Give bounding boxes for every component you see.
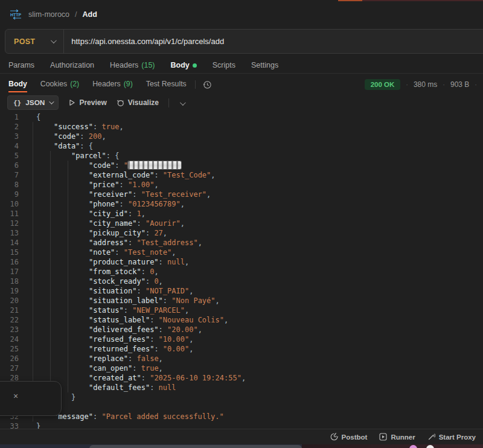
indent-guide — [33, 286, 33, 296]
tab-headers[interactable]: Headers(9) — [92, 77, 133, 92]
visualize-button[interactable]: Visualize — [117, 98, 159, 107]
proxy-icon — [427, 433, 435, 441]
tab-headers[interactable]: Headers(15) — [110, 61, 155, 69]
indent-guide — [68, 277, 68, 286]
code-line: }, — [27, 402, 483, 412]
code-line: "receiver": "Test_receiver", — [27, 190, 483, 199]
tab-body[interactable]: Body — [171, 61, 197, 69]
line-number: 17 — [0, 267, 19, 277]
footer-status-bar: Postbot Runner Start Proxy — [0, 429, 483, 444]
method-selector[interactable]: POST — [5, 30, 63, 53]
preview-button[interactable]: Preview — [68, 98, 106, 107]
code-line: "phone": "0123456789", — [27, 199, 483, 209]
code-line: "code": 200, — [27, 132, 483, 141]
tab-authorization[interactable]: Authorization — [50, 61, 94, 69]
indent-guide — [33, 334, 33, 344]
tab-scripts[interactable]: Scripts — [213, 61, 235, 69]
indent-guide — [50, 363, 51, 373]
indent-guide — [50, 344, 51, 354]
line-number: 8 — [0, 180, 19, 190]
start-proxy-label: Start Proxy — [439, 434, 476, 441]
indent-guide — [33, 267, 33, 277]
meta-separator: · — [406, 81, 408, 88]
response-history-button[interactable] — [203, 80, 212, 89]
indent-guide — [68, 315, 68, 325]
indent-guide — [68, 170, 68, 180]
code-line: "refused_fees": "10.00", — [27, 334, 483, 344]
response-body-viewer[interactable]: 1234567891011121314151617181920212223242… — [0, 112, 483, 429]
indent-guide — [68, 219, 68, 228]
indent-guide — [33, 248, 33, 257]
tab-label: Authorization — [50, 61, 94, 69]
indent-guide — [33, 141, 33, 151]
tab-body[interactable]: Body — [8, 77, 27, 92]
tab-count: (2) — [70, 80, 79, 88]
line-number: 1 — [0, 112, 19, 122]
url-input[interactable] — [64, 30, 483, 53]
indent-guide — [68, 344, 68, 354]
tab-label: Test Results — [146, 80, 187, 88]
response-time[interactable]: 380 ms — [414, 80, 437, 89]
clock-icon — [203, 80, 212, 89]
indent-guide — [50, 334, 51, 344]
response-size[interactable]: 903 B — [450, 80, 469, 89]
tab-params[interactable]: Params — [8, 61, 34, 69]
indent-guide — [68, 334, 68, 344]
line-number: 4 — [0, 141, 19, 151]
meta-separator: · — [443, 81, 445, 88]
tab-settings[interactable]: Settings — [251, 61, 278, 69]
toolbar-more-button[interactable] — [179, 97, 185, 109]
code-line: } — [27, 421, 483, 429]
code-line: "from_stock": 0, — [27, 267, 483, 277]
code-line: "delivered_fees": "20.00", — [27, 325, 483, 334]
line-number: 24 — [0, 334, 19, 344]
indent-guide — [68, 228, 68, 238]
method-label: POST — [14, 37, 35, 46]
indent-guide — [50, 267, 51, 277]
code-line: "message": "Parcel added successfully." — [27, 412, 483, 421]
line-number: 11 — [0, 209, 19, 219]
code-line: "city_id": 1, — [27, 209, 483, 219]
status-badge[interactable]: 200 OK — [365, 79, 401, 90]
indent-guide — [33, 122, 33, 132]
runner-icon — [379, 433, 387, 441]
breadcrumb-request-name[interactable]: Add — [83, 10, 97, 19]
background-window-right — [302, 444, 483, 448]
code-line: "situation_label": "Non Payé", — [27, 296, 483, 306]
format-selector[interactable]: {} JSON — [7, 95, 59, 110]
background-window-top-edge — [0, 0, 483, 2]
tab-cookies[interactable]: Cookies(2) — [40, 77, 79, 92]
code-line: "default_fees": null — [27, 383, 483, 392]
postbot-button[interactable]: Postbot — [330, 433, 368, 441]
close-icon[interactable]: × — [13, 392, 18, 400]
indent-guide — [50, 286, 51, 296]
notification-toast[interactable]: × — [0, 381, 62, 416]
redacted-value — [128, 161, 181, 169]
tab-test-results[interactable]: Test Results — [146, 77, 187, 92]
breadcrumb-collection[interactable]: slim-moroco — [28, 10, 69, 19]
line-number: 33 — [0, 421, 19, 429]
line-number: 13 — [0, 228, 19, 238]
indent-guide — [50, 161, 51, 170]
tab-label: Settings — [251, 61, 278, 69]
response-header: BodyCookies(2)Headers(9)Test Results 200… — [0, 77, 483, 92]
preview-icon — [68, 99, 75, 106]
indent-guide — [50, 180, 51, 190]
line-number: 26 — [0, 354, 19, 363]
request-tabs: ParamsAuthorizationHeaders(15)BodyScript… — [0, 57, 483, 74]
line-number: 19 — [0, 286, 19, 296]
indent-guide — [50, 325, 51, 334]
response-body-toolbar: {} JSON Preview Visualize — [0, 94, 483, 111]
indent-guide — [33, 228, 33, 238]
svg-text:HTTP: HTTP — [10, 13, 22, 17]
postbot-icon — [330, 433, 338, 441]
runner-button[interactable]: Runner — [379, 433, 415, 441]
start-proxy-button[interactable]: Start Proxy — [427, 433, 476, 441]
indent-guide — [50, 354, 51, 363]
indent-guide — [68, 296, 68, 306]
code-line: "code": " — [27, 161, 483, 170]
indent-guide — [33, 190, 33, 199]
indent-guide — [33, 306, 33, 315]
line-number: 14 — [0, 238, 19, 248]
code-line: "created_at": "2025-06-10 19:24:55", — [27, 373, 483, 383]
